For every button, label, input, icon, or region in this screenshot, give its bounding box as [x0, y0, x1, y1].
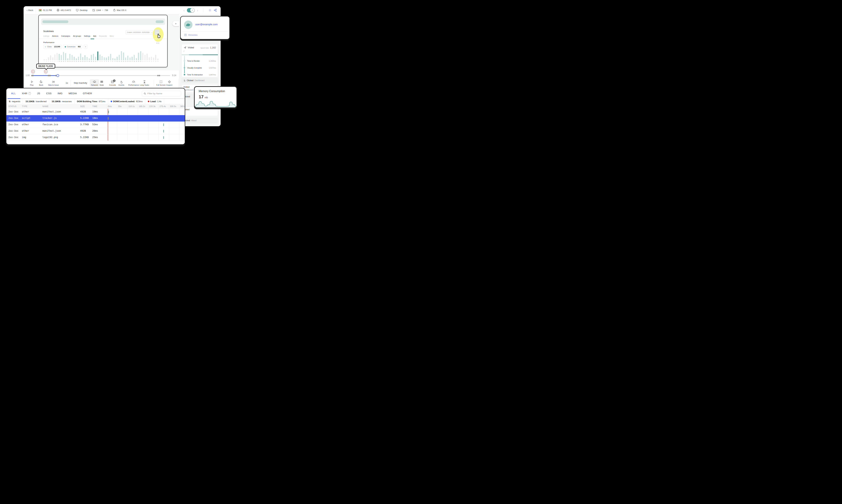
column-header-type[interactable]: TYPE — [22, 105, 28, 108]
back-button[interactable]: ‹ Back — [26, 9, 33, 12]
chevron-down-icon: ⌄ — [151, 32, 153, 33]
share-button[interactable] — [214, 8, 217, 12]
console-button[interactable]: Console3 — [109, 80, 116, 86]
tabs-divider — [39, 39, 167, 39]
tab-label: ALL — [11, 92, 16, 95]
network-tab-img[interactable]: IMG — [58, 92, 62, 95]
date-range-dropdown[interactable]: Custom: 14/12/2019 - 21/01/2020 ⌄ — [126, 30, 153, 34]
monitor-icon — [76, 9, 79, 12]
long-tasks-button[interactable]: Long Tasks — [140, 80, 149, 86]
column-header-size[interactable]: SIZE — [80, 105, 85, 108]
replay-stage: Scotisheio Custom: 14/12/2019 - 21/01/20… — [23, 14, 178, 70]
page-tab-advices[interactable]: Advices — [52, 35, 58, 37]
network-tab-all[interactable]: ALL — [11, 92, 16, 95]
chart-bar — [59, 54, 60, 60]
timeline-event-dot[interactable] — [159, 75, 160, 76]
prev-session-button[interactable]: ‹ — [183, 8, 185, 12]
issue-marker[interactable]: i — [31, 69, 35, 75]
chart-tick-label: 16 — [62, 61, 65, 62]
column-header-status[interactable]: STATUS — [8, 105, 16, 108]
network-tab-media[interactable]: MEDIA — [69, 92, 77, 95]
filter-input[interactable] — [147, 92, 179, 95]
next-session-button[interactable]: › — [197, 8, 198, 12]
chart-bar — [100, 55, 100, 60]
events-button[interactable]: Events — [119, 80, 124, 86]
collapse-panel-button[interactable]: » — [173, 21, 179, 26]
metric-chip-clicks[interactable]: Clicks123,949 — [43, 45, 61, 49]
request-row[interactable]: 2xx-3xximglogo192.png5.22KB25ms — [6, 134, 185, 141]
chart-bar — [80, 54, 81, 60]
network-panel: ALLXHR?JSCSSIMGMEDIAOTHER 5:requests15.1… — [6, 88, 185, 145]
page-tab-listings[interactable]: Listings — [43, 35, 49, 37]
network-stat: 15.18KB:resources — [49, 99, 74, 104]
network-tab-other[interactable]: OTHER — [83, 92, 92, 95]
request-row[interactable]: 2xx-3xxothermanifest.json492B19ms — [6, 109, 185, 115]
network-tab-css[interactable]: CSS — [46, 92, 52, 95]
waterfall-bar — [163, 130, 164, 132]
page-tab-settings[interactable]: Settings — [84, 35, 90, 37]
request-row[interactable]: 2xx-3xxotherfavicon.ico3.77KB52ms — [6, 122, 185, 128]
network-button[interactable]: Network — [90, 79, 99, 87]
play-button[interactable]: Play — [30, 80, 34, 86]
help-icon[interactable]: ? — [28, 92, 31, 95]
event-row-clicked-about[interactable]: Clicked About — [181, 118, 218, 123]
timing-label: Time to Render — [187, 60, 200, 62]
more-menu-icon[interactable] — [156, 43, 159, 43]
page-tab-ads[interactable]: Ads — [93, 35, 96, 37]
timeline-event-dot[interactable] — [157, 75, 159, 76]
page-tab-campaigns[interactable]: Campaigns — [61, 35, 70, 37]
skip-to-issue-button[interactable]: Skip to Issue — [48, 80, 59, 86]
network-stat: Load:1.4s — [145, 99, 164, 104]
filter-field[interactable] — [142, 91, 181, 96]
request-row[interactable]: 2xx-3xxscripttracker.js5.22KB18ms — [6, 115, 185, 122]
timeline-track[interactable]: ii — [31, 75, 170, 76]
cell-name: favicon.ico — [42, 123, 58, 126]
issue-marker[interactable]: i — [43, 69, 48, 75]
timeline-event-dot[interactable] — [50, 75, 51, 76]
page-tab-keywords[interactable]: Keywords — [99, 35, 107, 37]
request-row[interactable]: 2xx-3xxothermanifest.json492B26ms — [6, 128, 185, 134]
full-screen-button[interactable]: Full Screen — [156, 80, 166, 86]
memory-title: Memory Consumption — [199, 90, 225, 93]
state-button[interactable]: State — [100, 80, 104, 86]
chart-bar — [140, 51, 141, 60]
page-tab-more[interactable]: More — [110, 35, 114, 37]
network-tab-js[interactable]: JS — [37, 92, 40, 95]
chart-bar — [134, 55, 135, 60]
add-metric-button[interactable]: + — [84, 45, 88, 49]
browser-version: v91.0.4472 — [57, 9, 71, 12]
skip-inactivity-button[interactable]: Skip Inactivity — [74, 82, 87, 84]
chart-tick-label: 28 — [155, 61, 157, 62]
page-tab-ad-groups[interactable]: Ad groups — [73, 35, 81, 37]
event-row-clicked-dashboard[interactable]: Clicked Dashboard — [181, 78, 218, 83]
chart-tick-label: 19 — [69, 61, 71, 62]
session-replay-app: ‹ Back 01:11 PM v91.0.4472 Desktop — [0, 0, 259, 147]
chart-tick-label: 12 — [54, 61, 56, 62]
chart-bar — [52, 57, 53, 60]
column-header-name[interactable]: NAME — [42, 105, 49, 108]
user-email[interactable]: user@example.com — [195, 23, 218, 26]
metadata-button[interactable]: Metadata — [184, 34, 197, 36]
inspect-button[interactable]: Inspect — [166, 80, 172, 86]
favorite-star-button[interactable]: ☆ — [209, 8, 211, 12]
column-header-time[interactable]: TIME — [92, 105, 97, 108]
chart-tick-label: 15 — [60, 61, 62, 62]
playback-speed-button[interactable]: 1x — [66, 82, 68, 84]
chart-bar — [125, 58, 126, 60]
crosshair-icon — [168, 80, 171, 84]
autoplay-toggle[interactable]: ✓ — [187, 8, 195, 13]
waterfall-bar — [163, 136, 164, 139]
back-button[interactable]: 10Back — [39, 80, 43, 86]
event-card-visited[interactable]: Visited — [181, 107, 218, 116]
visited-event-card[interactable]: Visited Speed Index 1,162 / Time to Rend… — [181, 44, 218, 77]
chart-tick-label: 27 — [153, 61, 155, 62]
metric-chip-conversion[interactable]: Conversion902 — [63, 45, 82, 49]
playhead[interactable] — [56, 74, 59, 77]
timing-dot-icon — [184, 60, 185, 61]
grid-icon — [100, 80, 103, 84]
resolution-height: 736 — [105, 9, 108, 12]
network-tab-xhr[interactable]: XHR? — [22, 92, 31, 95]
timing-value: 1,162ms — [209, 60, 216, 62]
chart-tick-label: 8 — [46, 61, 47, 62]
performance-button[interactable]: Performance — [128, 80, 139, 86]
